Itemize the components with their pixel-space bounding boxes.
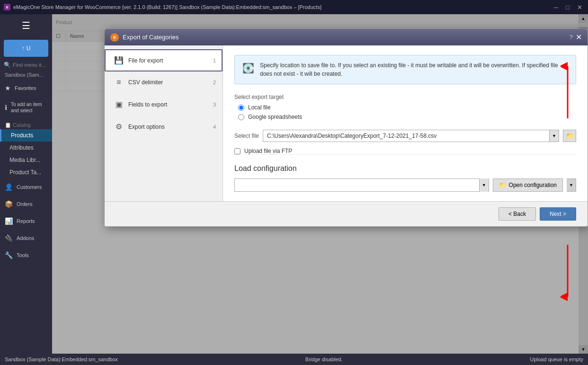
close-button[interactable]: ✕	[575, 4, 584, 11]
reports-icon: 📊	[5, 217, 13, 225]
fields-icon: ▣	[113, 100, 125, 109]
orders-label: Orders	[17, 201, 33, 207]
sidebar-item-orders[interactable]: 📦 Orders	[0, 196, 52, 213]
file-select-dropdown-button[interactable]: ▼	[550, 130, 559, 142]
title-bar-text: eMagicOne Store Manager for WooCommerce …	[13, 4, 321, 10]
arrow-down-annotation	[561, 245, 575, 303]
help-button[interactable]: ?	[570, 34, 573, 41]
nav-csv-number: 2	[213, 80, 216, 85]
product-tags-label: Product Ta...	[9, 169, 41, 176]
load-config-dropdown-button[interactable]: ▼	[479, 178, 489, 192]
menu-button[interactable]: ☰	[0, 14, 52, 37]
load-config-input[interactable]	[235, 179, 479, 191]
nav-fields-to-export[interactable]: ▣ Fields to export 3	[105, 93, 223, 116]
google-sheets-label[interactable]: Google spreadsheets	[248, 114, 302, 120]
orders-icon: 📦	[5, 200, 13, 208]
search-icon: 🔍	[4, 62, 11, 68]
app-icon: e	[4, 4, 10, 10]
info-banner: 💽 Specify location to save file to. If y…	[234, 55, 576, 84]
export-dialog: e Export of Categories ? ✕ 💾 File for	[104, 28, 588, 227]
nav-file-number: 1	[213, 58, 216, 63]
app-container: ☰ ↑ U 🔍 Find menu it... Sandbox (Sam... …	[0, 14, 588, 365]
customers-label: Customers	[17, 184, 42, 190]
reports-label: Reports	[17, 218, 35, 224]
maximize-button[interactable]: □	[564, 4, 571, 11]
file-select-input[interactable]	[263, 130, 550, 142]
folder-icon: 📁	[499, 182, 506, 188]
upload-button[interactable]: ↑ U	[4, 40, 48, 57]
upload-label: U	[27, 45, 31, 52]
minimize-button[interactable]: ─	[552, 4, 560, 11]
sidebar-item-media[interactable]: Media Libr...	[0, 154, 52, 166]
star-icon: ★	[5, 84, 11, 92]
nav-export-options[interactable]: ⚙ Export options 4	[105, 116, 223, 138]
sidebar-item-products[interactable]: Products	[0, 129, 52, 142]
sidebar-item-favorites[interactable]: ★ Favorites	[0, 80, 52, 97]
open-config-label: Open configuration	[509, 182, 557, 188]
main-content: Product ☐ Name SKU Category Price $5.00 …	[52, 14, 588, 365]
dialog-controls: ? ✕	[570, 33, 582, 42]
dialog-close-button[interactable]: ✕	[576, 33, 582, 42]
customers-icon: 👤	[5, 183, 13, 191]
media-label: Media Libr...	[9, 157, 40, 163]
nav-csv-delimiter[interactable]: ≡ CSV delimiter 2	[105, 71, 223, 93]
upload-icon: ↑	[22, 45, 25, 52]
ftp-label[interactable]: Upload file via FTP	[244, 148, 292, 154]
dialog-title-text: Export of Categories	[123, 34, 179, 41]
ftp-checkbox[interactable]	[234, 148, 241, 154]
info-text: Specify location to save file to. If you…	[260, 61, 568, 78]
info-icon: ℹ	[5, 104, 7, 111]
tools-icon: 🔧	[5, 251, 13, 259]
options-icon: ⚙	[113, 122, 125, 131]
sidebar-help-label: To add an item and select	[11, 101, 47, 114]
sidebar-item-product-tags[interactable]: Product Ta...	[0, 166, 52, 178]
search-placeholder: Find menu it...	[13, 62, 46, 68]
status-center: Bridge disabled.	[305, 356, 343, 362]
status-left: Sandbox (Sample Data):Embedded:sm_sandbo…	[5, 356, 118, 362]
file-browse-button[interactable]: 📁	[563, 130, 576, 142]
nav-fields-number: 3	[213, 102, 216, 107]
title-bar: e eMagicOne Store Manager for WooCommerc…	[0, 0, 588, 14]
attributes-label: Attributes	[9, 144, 34, 151]
sidebar-item-attributes[interactable]: Attributes	[0, 142, 52, 154]
addons-label: Addons	[17, 235, 34, 241]
load-config-title: Load configuration	[234, 164, 576, 173]
load-config-combo: ▼	[234, 178, 489, 192]
dialog-main-panel: 💽 Specify location to save file to. If y…	[223, 45, 588, 201]
open-config-button[interactable]: 📁 Open configuration	[493, 178, 563, 192]
nav-fields-label: Fields to export	[128, 101, 167, 108]
sidebar-favorites-label: Favorites	[15, 85, 36, 91]
file-select-combo: ▼	[263, 130, 559, 142]
tools-label: Tools	[17, 252, 29, 258]
info-disk-icon: 💽	[242, 61, 254, 75]
sidebar-item-tools[interactable]: 🔧 Tools	[0, 247, 52, 264]
google-sheets-radio[interactable]	[238, 114, 244, 120]
google-sheets-row: Google spreadsheets	[238, 114, 576, 120]
local-file-row: Local file	[238, 104, 576, 111]
load-config-row: ▼ 📁 Open configuration ▼	[234, 178, 576, 192]
back-button[interactable]: < Back	[499, 207, 536, 221]
nav-options-label: Export options	[128, 124, 165, 130]
catalog-section-label: 📋 Catalog	[0, 118, 52, 129]
dialog-footer: < Back Next >	[105, 201, 588, 226]
open-config-dropdown-button[interactable]: ▼	[567, 178, 576, 192]
nav-file-for-export[interactable]: 💾 File for export 1	[105, 49, 223, 71]
local-file-label[interactable]: Local file	[248, 104, 270, 111]
sidebar-item-addons[interactable]: 🔌 Addons	[0, 230, 52, 247]
status-right: Upload queue is empty	[530, 356, 583, 362]
dialog-body: 💾 File for export 1 ≡ CSV delimiter 2 ▣ …	[105, 45, 588, 201]
next-button[interactable]: Next >	[540, 207, 576, 221]
products-label: Products	[11, 132, 33, 139]
sidebar-item-customers[interactable]: 👤 Customers	[0, 178, 52, 196]
nav-file-label: File for export	[128, 57, 163, 64]
select-target-label: Select export target	[234, 94, 576, 100]
sidebar-item-reports[interactable]: 📊 Reports	[0, 213, 52, 230]
file-select-label: Select file	[234, 133, 259, 139]
sandbox-label: Sandbox (Sam...	[0, 70, 52, 80]
dialog-nav: 💾 File for export 1 ≡ CSV delimiter 2 ▣ …	[105, 45, 223, 201]
radio-group: Local file Google spreadsheets	[238, 104, 576, 120]
modal-overlay: e Export of Categories ? ✕ 💾 File for	[52, 14, 588, 365]
local-file-radio[interactable]	[238, 105, 244, 111]
sidebar-item-help[interactable]: ℹ To add an item and select	[0, 97, 52, 118]
status-bar: Sandbox (Sample Data):Embedded:sm_sandbo…	[0, 354, 588, 365]
